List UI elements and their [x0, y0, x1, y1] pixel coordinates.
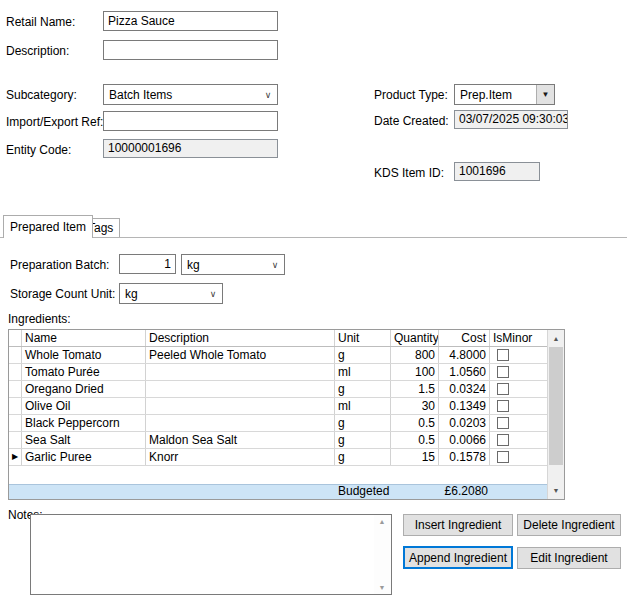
ingredients-table: Name Description Unit Quantity Cost IsMi…	[8, 329, 565, 500]
cell-unit: g	[335, 415, 391, 431]
delete-ingredient-button[interactable]: Delete Ingredient	[517, 514, 621, 536]
cell-quantity: 30	[391, 398, 439, 414]
isminor-checkbox[interactable]	[497, 366, 509, 378]
cell-cost: 0.1349	[439, 398, 490, 414]
tab-strip-divider	[0, 237, 627, 238]
insert-ingredient-button[interactable]: Insert Ingredient	[403, 514, 513, 536]
description-label: Description:	[6, 44, 69, 58]
dropdown-arrow-icon: ▼	[536, 85, 554, 104]
cell-isminor	[490, 415, 547, 431]
isminor-checkbox[interactable]	[497, 451, 509, 463]
cell-quantity: 1.5	[391, 381, 439, 397]
table-row[interactable]: Tomato Puréeml1001.0560	[9, 364, 547, 381]
isminor-checkbox[interactable]	[497, 349, 509, 361]
append-ingredient-button[interactable]: Append Ingredient	[403, 546, 513, 569]
table-row[interactable]: Olive Oilml300.1349	[9, 398, 547, 415]
cell-cost: 0.0203	[439, 415, 490, 431]
cell-description	[146, 415, 335, 431]
table-row[interactable]: Oregano Driedg1.50.0324	[9, 381, 547, 398]
cell-quantity: 15	[391, 449, 439, 465]
import-export-ref-label: Import/Export Ref:	[6, 115, 103, 129]
preparation-batch-unit-value: kg	[182, 258, 266, 272]
table-row[interactable]: Sea SaltMaldon Sea Saltg0.50.0066	[9, 432, 547, 449]
scroll-up-icon[interactable]: ▲	[374, 518, 390, 525]
cell-name: Oregano Dried	[22, 381, 146, 397]
isminor-checkbox[interactable]	[497, 400, 509, 412]
cell-cost: 4.8000	[439, 347, 490, 363]
cell-quantity: 100	[391, 364, 439, 380]
cell-isminor	[490, 347, 547, 363]
scroll-down-icon[interactable]: ▼	[374, 584, 390, 591]
retail-name-label: Retail Name:	[6, 15, 75, 29]
cell-unit: g	[335, 347, 391, 363]
table-row[interactable]: ▶Garlic PureeKnorrg150.1578	[9, 449, 547, 466]
retail-name-input[interactable]	[103, 11, 278, 31]
row-selector	[9, 398, 22, 414]
cell-name: Black Peppercorn	[22, 415, 146, 431]
cell-unit: ml	[335, 364, 391, 380]
cell-isminor	[490, 381, 547, 397]
cell-quantity: 0.5	[391, 415, 439, 431]
cell-name: Tomato Purée	[22, 364, 146, 380]
tab-prepared-item[interactable]: Prepared Item	[3, 215, 93, 238]
scroll-down-icon[interactable]: ▼	[548, 482, 564, 499]
cell-cost: 0.0324	[439, 381, 490, 397]
storage-count-unit-select[interactable]: kg ∨	[119, 283, 223, 304]
product-type-value: Prep.Item	[455, 88, 536, 102]
cell-description: Knorr	[146, 449, 335, 465]
cell-cost: 0.1578	[439, 449, 490, 465]
budgeted-spacer	[9, 485, 335, 499]
table-row[interactable]: Whole TomatoPeeled Whole Tomatog8004.800…	[9, 347, 547, 364]
column-header-name[interactable]: Name	[22, 330, 146, 346]
ingredients-header-row: Name Description Unit Quantity Cost IsMi…	[9, 330, 547, 347]
subcategory-label: Subcategory:	[6, 88, 77, 102]
ingredients-rows: Whole TomatoPeeled Whole Tomatog8004.800…	[9, 347, 547, 466]
cell-isminor	[490, 432, 547, 448]
cell-description	[146, 398, 335, 414]
edit-ingredient-button[interactable]: Edit Ingredient	[517, 547, 621, 569]
preparation-batch-unit-select[interactable]: kg ∨	[181, 254, 285, 275]
cell-isminor	[490, 364, 547, 380]
row-selector	[9, 381, 22, 397]
ingredients-scrollbar[interactable]: ▲ ▼	[547, 330, 564, 499]
column-header-quantity[interactable]: Quantity	[391, 330, 439, 346]
subcategory-value: Batch Items	[104, 88, 259, 102]
cell-unit: ml	[335, 398, 391, 414]
isminor-checkbox[interactable]	[497, 417, 509, 429]
entity-code-label: Entity Code:	[6, 143, 71, 157]
chevron-down-icon: ∨	[266, 260, 284, 270]
description-input[interactable]	[103, 40, 278, 60]
isminor-checkbox[interactable]	[497, 434, 509, 446]
column-header-unit[interactable]: Unit	[335, 330, 391, 346]
product-type-select[interactable]: Prep.Item ▼	[454, 84, 555, 105]
scroll-up-icon[interactable]: ▲	[548, 330, 564, 347]
kds-item-id-value: 1001696	[454, 162, 540, 181]
column-header-selector	[9, 330, 22, 346]
notes-textarea[interactable]	[31, 515, 375, 594]
budgeted-label: Budgeted	[335, 485, 439, 499]
row-selector	[9, 364, 22, 380]
column-header-description[interactable]: Description	[146, 330, 335, 346]
scrollbar-thumb[interactable]	[549, 347, 563, 465]
cell-isminor	[490, 398, 547, 414]
cell-description	[146, 364, 335, 380]
notes-scrollbar[interactable]: ▲ ▼	[374, 515, 391, 594]
cell-quantity: 0.5	[391, 432, 439, 448]
isminor-checkbox[interactable]	[497, 383, 509, 395]
budgeted-row: Budgeted £6.2080	[9, 484, 549, 499]
cell-description	[146, 381, 335, 397]
column-header-cost[interactable]: Cost	[439, 330, 490, 346]
subcategory-select[interactable]: Batch Items ∨	[103, 84, 278, 105]
product-type-label: Product Type:	[374, 88, 448, 102]
preparation-batch-input[interactable]	[119, 254, 176, 274]
chevron-down-icon: ∨	[259, 90, 277, 100]
chevron-down-icon: ∨	[204, 289, 222, 299]
row-selector: ▶	[9, 449, 22, 465]
cell-name: Olive Oil	[22, 398, 146, 414]
column-header-isminor[interactable]: IsMinor	[490, 330, 547, 346]
import-export-ref-input[interactable]	[103, 111, 278, 131]
date-created-value: 03/07/2025 09:30:03	[454, 110, 568, 129]
table-row[interactable]: Black Peppercorng0.50.0203	[9, 415, 547, 432]
kds-item-id-label: KDS Item ID:	[374, 166, 444, 180]
cell-name: Garlic Puree	[22, 449, 146, 465]
